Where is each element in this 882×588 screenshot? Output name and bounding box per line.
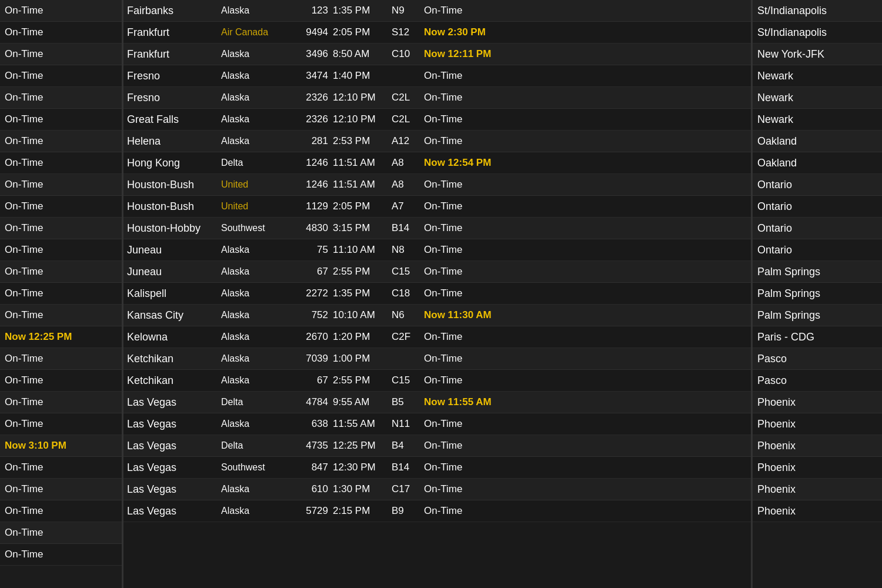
right-destination: Phoenix (757, 396, 796, 409)
right-row: Newark (753, 109, 882, 131)
time-cell: 1:20 PM (333, 331, 392, 343)
flight-number-cell: 9494 (298, 26, 333, 38)
flight-row: Las VegasSouthwest84712:30 PMB14On-Time (123, 457, 751, 479)
gate-cell: A8 (392, 157, 424, 169)
airline-cell: Alaska (221, 288, 298, 299)
right-destination: Palm Springs (757, 266, 820, 278)
middle-panel: FairbanksAlaska1231:35 PMN9On-TimeFrankf… (123, 0, 753, 588)
right-row: Phoenix (753, 413, 882, 435)
left-row: On-Time (0, 131, 122, 152)
flight-row: JuneauAlaska672:55 PMC15On-Time (123, 261, 751, 283)
status-cell: On-Time (424, 113, 747, 125)
flight-number-cell: 67 (298, 375, 333, 386)
right-row: Ontario (753, 174, 882, 196)
time-cell: 11:51 AM (333, 179, 392, 191)
destination-cell: Fresno (127, 92, 221, 104)
left-status-text: On-Time (5, 396, 44, 408)
gate-cell: C15 (392, 375, 424, 386)
time-cell: 11:10 AM (333, 244, 392, 256)
right-destination: Newark (757, 113, 793, 126)
right-row: Ontario (753, 239, 882, 261)
flight-row: JuneauAlaska7511:10 AMN8On-Time (123, 239, 751, 261)
airline-cell: Alaska (221, 136, 298, 146)
status-cell: On-Time (424, 222, 747, 234)
left-row: On-Time (0, 174, 122, 196)
right-destination: Phoenix (757, 462, 796, 474)
flight-number-cell: 4784 (298, 396, 333, 408)
left-status-text: On-Time (5, 244, 44, 256)
status-cell: On-Time (424, 266, 747, 278)
right-destination: Palm Springs (757, 288, 820, 300)
right-row: Paris - CDG (753, 326, 882, 348)
time-cell: 10:10 AM (333, 309, 392, 321)
right-row: Newark (753, 87, 882, 109)
destination-cell: Helena (127, 135, 221, 148)
flight-row: HelenaAlaska2812:53 PMA12On-Time (123, 131, 751, 152)
time-cell: 12:10 PM (333, 92, 392, 103)
left-row: On-Time (0, 413, 122, 435)
left-row: On-Time (0, 152, 122, 174)
flight-row: FrankfurtAlaska34968:50 AMC10Now 12:11 P… (123, 44, 751, 65)
gate-cell: B4 (392, 440, 424, 452)
gate-cell: S12 (392, 26, 424, 38)
time-cell: 1:40 PM (333, 70, 392, 82)
left-row: On-Time (0, 218, 122, 239)
flight-row: Las VegasDelta47849:55 AMB5Now 11:55 AM (123, 392, 751, 413)
flight-row: Houston-BushUnited11292:05 PMA7On-Time (123, 196, 751, 218)
right-row: St/Indianapolis (753, 0, 882, 22)
left-status-text: Now 3:10 PM (5, 440, 66, 452)
airline-cell: Alaska (221, 5, 298, 16)
flight-number-cell: 281 (298, 135, 333, 147)
flight-number-cell: 2272 (298, 288, 333, 299)
flight-number-cell: 1246 (298, 179, 333, 191)
right-destination: New York-JFK (757, 48, 824, 61)
destination-cell: Kansas City (127, 309, 221, 322)
destination-cell: Houston-Bush (127, 179, 221, 191)
right-row: Oakland (753, 152, 882, 174)
flight-number-cell: 4735 (298, 440, 333, 452)
time-cell: 2:15 PM (333, 505, 392, 517)
right-row: Phoenix (753, 457, 882, 479)
time-cell: 9:55 AM (333, 396, 392, 408)
left-row: On-Time (0, 305, 122, 326)
airline-cell: Alaska (221, 484, 298, 495)
left-row: On-Time (0, 22, 122, 44)
left-status-text: On-Time (5, 201, 44, 212)
left-row: On-Time (0, 479, 122, 500)
time-cell: 1:00 PM (333, 353, 392, 365)
right-destination: Paris - CDG (757, 331, 814, 343)
time-cell: 3:15 PM (333, 222, 392, 234)
left-status-text: On-Time (5, 462, 44, 473)
left-row: On-Time (0, 196, 122, 218)
destination-cell: Las Vegas (127, 505, 221, 517)
left-row: On-Time (0, 370, 122, 392)
airline-cell: Alaska (221, 310, 298, 320)
left-row: On-Time (0, 500, 122, 522)
flight-number-cell: 1129 (298, 201, 333, 212)
left-row: Now 3:10 PM (0, 435, 122, 457)
status-cell: Now 12:54 PM (424, 157, 747, 169)
destination-cell: Fairbanks (127, 5, 221, 17)
flight-row: Las VegasDelta473512:25 PMB4On-Time (123, 435, 751, 457)
flight-row: Las VegasAlaska57292:15 PMB9On-Time (123, 500, 751, 522)
flight-row: FairbanksAlaska1231:35 PMN9On-Time (123, 0, 751, 22)
status-cell: On-Time (424, 375, 747, 386)
right-destination: Pasco (757, 353, 787, 365)
airline-cell: Delta (221, 440, 298, 451)
destination-cell: Juneau (127, 244, 221, 256)
gate-cell: N8 (392, 244, 424, 256)
right-row: Pasco (753, 348, 882, 370)
flight-row: Las VegasAlaska63811:55 AMN11On-Time (123, 413, 751, 435)
right-destination: Phoenix (757, 418, 796, 430)
destination-cell: Las Vegas (127, 462, 221, 474)
time-cell: 11:55 AM (333, 418, 392, 430)
time-cell: 12:30 PM (333, 462, 392, 473)
destination-cell: Fresno (127, 70, 221, 82)
left-status-text: On-Time (5, 179, 44, 191)
left-status-text: On-Time (5, 288, 44, 299)
airline-cell: Alaska (221, 375, 298, 386)
flight-row: Great FallsAlaska232612:10 PMC2LOn-Time (123, 109, 751, 131)
destination-cell: Las Vegas (127, 483, 221, 496)
gate-cell: C18 (392, 288, 424, 299)
flight-row: Kansas CityAlaska75210:10 AMN6Now 11:30 … (123, 305, 751, 326)
